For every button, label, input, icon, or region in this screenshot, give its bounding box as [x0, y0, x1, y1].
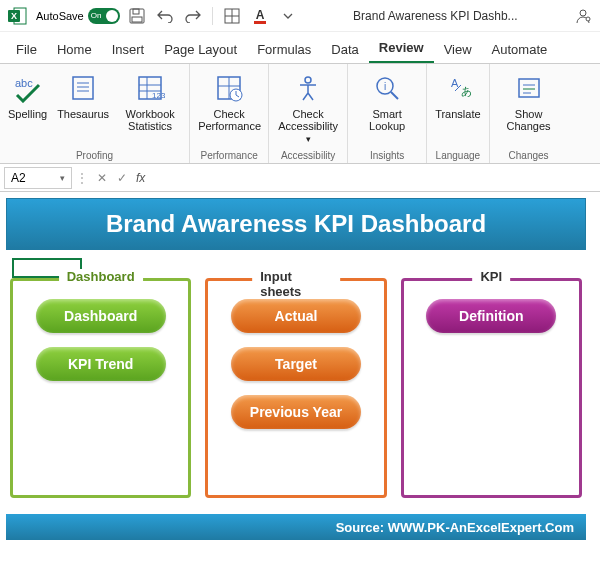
- actual-button[interactable]: Actual: [231, 299, 361, 333]
- thesaurus-label: Thesaurus: [57, 108, 109, 120]
- svg-rect-10: [254, 21, 266, 24]
- tab-view[interactable]: View: [434, 36, 482, 63]
- undo-icon[interactable]: [154, 5, 176, 27]
- group-changes-label: Changes: [509, 148, 549, 161]
- check-accessibility-button[interactable]: Check Accessibility ▾: [275, 68, 341, 147]
- workbook-statistics-button[interactable]: 123 Workbook Statistics: [117, 68, 183, 134]
- svg-line-29: [391, 92, 398, 99]
- cancel-formula-icon[interactable]: ✕: [92, 171, 112, 185]
- panel-dashboard-title: Dashboard: [59, 269, 143, 284]
- definition-button[interactable]: Definition: [426, 299, 556, 333]
- panel-kpi: KPI Definition: [401, 278, 582, 498]
- group-performance-label: Performance: [201, 148, 258, 161]
- group-language-label: Language: [436, 148, 481, 161]
- workbook-stats-icon: 123: [132, 70, 168, 106]
- group-insights-label: Insights: [370, 148, 404, 161]
- font-color-icon[interactable]: A: [249, 5, 271, 27]
- spelling-label: Spelling: [8, 108, 47, 120]
- svg-point-12: [586, 17, 590, 21]
- svg-rect-5: [132, 17, 142, 22]
- svg-point-27: [305, 77, 311, 83]
- svg-text:123: 123: [152, 91, 165, 100]
- autosave-toggle[interactable]: On: [88, 8, 120, 24]
- panel-dashboard: Dashboard Dashboard KPI Trend: [10, 278, 191, 498]
- panel-kpi-title: KPI: [472, 269, 510, 284]
- svg-text:abc: abc: [15, 77, 33, 89]
- enter-formula-icon[interactable]: ✓: [112, 171, 132, 185]
- source-bar: Source: WWW.PK-AnExcelExpert.Com: [6, 514, 586, 540]
- tab-formulas[interactable]: Formulas: [247, 36, 321, 63]
- smart-lookup-label: Smart Lookup: [356, 108, 418, 132]
- panel-input-sheets: Input sheets Actual Target Previous Year: [205, 278, 386, 498]
- spelling-icon: abc: [10, 70, 46, 106]
- translate-button[interactable]: Aあ Translate: [433, 68, 482, 122]
- show-changes-icon: [511, 70, 547, 106]
- formula-bar-separator: ⋮: [76, 171, 88, 185]
- thesaurus-button[interactable]: Thesaurus: [55, 68, 111, 122]
- kpi-trend-button[interactable]: KPI Trend: [36, 347, 166, 381]
- tab-page-layout[interactable]: Page Layout: [154, 36, 247, 63]
- chevron-down-icon: ▾: [60, 173, 65, 183]
- borders-icon[interactable]: [221, 5, 243, 27]
- svg-rect-4: [133, 9, 139, 14]
- qat-more-icon[interactable]: [277, 5, 299, 27]
- accessibility-icon: [290, 70, 326, 106]
- check-perf-label: Check Performance: [198, 108, 260, 132]
- dashboard-button[interactable]: Dashboard: [36, 299, 166, 333]
- smart-lookup-button[interactable]: i Smart Lookup: [354, 68, 420, 134]
- translate-icon: Aあ: [440, 70, 476, 106]
- svg-text:i: i: [384, 81, 386, 92]
- workbook-stats-label: Workbook Statistics: [119, 108, 181, 132]
- svg-rect-14: [73, 77, 93, 99]
- smart-lookup-icon: i: [369, 70, 405, 106]
- group-accessibility-label: Accessibility: [281, 148, 335, 161]
- show-changes-label: Show Changes: [498, 108, 560, 132]
- tab-insert[interactable]: Insert: [102, 36, 155, 63]
- user-account-icon[interactable]: [572, 5, 594, 27]
- fx-icon[interactable]: fx: [132, 171, 149, 185]
- spelling-button[interactable]: abc Spelling: [6, 68, 49, 122]
- chevron-down-icon: ▾: [306, 134, 311, 144]
- qat-separator: [212, 7, 213, 25]
- tab-automate[interactable]: Automate: [482, 36, 558, 63]
- svg-point-11: [580, 10, 586, 16]
- show-changes-button[interactable]: Show Changes: [496, 68, 562, 134]
- check-acc-label: Check Accessibility ▾: [277, 108, 339, 145]
- panel-inputs-title: Input sheets: [252, 269, 340, 299]
- window-title: Brand Awareness KPI Dashb...: [305, 9, 566, 23]
- name-box-value: A2: [11, 171, 26, 185]
- thesaurus-icon: [65, 70, 101, 106]
- svg-rect-33: [519, 79, 539, 97]
- check-performance-icon: [211, 70, 247, 106]
- tab-home[interactable]: Home: [47, 36, 102, 63]
- group-proofing-label: Proofing: [76, 148, 113, 161]
- svg-text:A: A: [451, 77, 459, 89]
- toggle-knob-icon: [106, 10, 118, 22]
- tab-review[interactable]: Review: [369, 34, 434, 63]
- dashboard-title: Brand Awareness KPI Dashboard: [6, 198, 586, 250]
- svg-text:A: A: [255, 8, 264, 22]
- check-performance-button[interactable]: Check Performance: [196, 68, 262, 134]
- name-box[interactable]: A2 ▾: [4, 167, 72, 189]
- translate-label: Translate: [435, 108, 480, 120]
- redo-icon[interactable]: [182, 5, 204, 27]
- previous-year-button[interactable]: Previous Year: [231, 395, 361, 429]
- tab-data[interactable]: Data: [321, 36, 368, 63]
- svg-text:X: X: [11, 11, 17, 21]
- autosave-label: AutoSave: [36, 10, 84, 22]
- target-button[interactable]: Target: [231, 347, 361, 381]
- autosave-state: On: [91, 11, 102, 20]
- formula-input[interactable]: [149, 167, 600, 189]
- save-icon[interactable]: [126, 5, 148, 27]
- excel-logo-icon: X: [6, 4, 30, 28]
- tab-file[interactable]: File: [6, 36, 47, 63]
- svg-text:あ: あ: [461, 85, 472, 97]
